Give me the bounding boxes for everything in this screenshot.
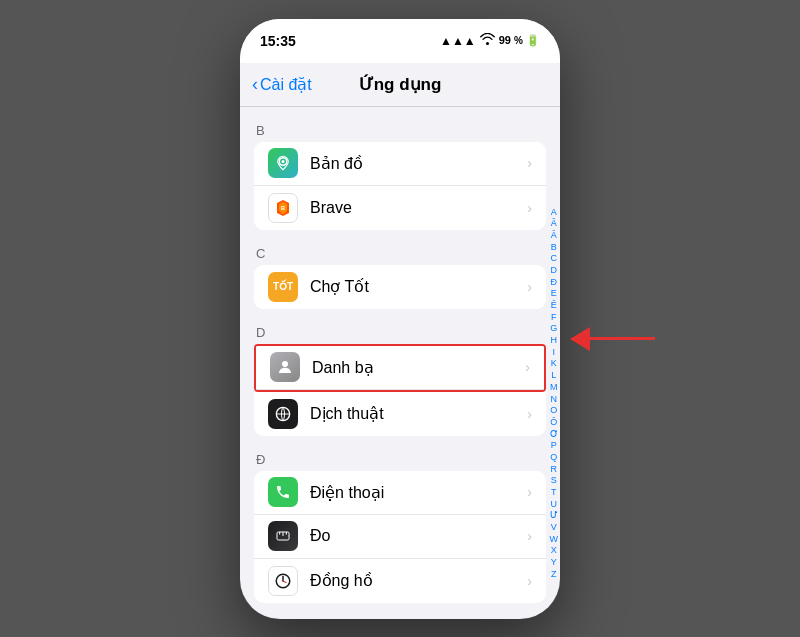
item-label-bando: Bản đồ bbox=[310, 154, 527, 173]
section-d2-group: Điện thoại › Đo › bbox=[254, 471, 546, 603]
list-item-do[interactable]: Đo › bbox=[254, 515, 546, 559]
chevron-icon-chotot: › bbox=[527, 279, 532, 295]
arrow-line bbox=[590, 337, 655, 340]
app-icon-dienthoai bbox=[268, 477, 298, 507]
list-item-danhba[interactable]: Danh bạ › bbox=[256, 346, 544, 390]
list-item-bando[interactable]: Bản đồ › bbox=[254, 142, 546, 186]
phone-wrapper: 15:35 ▲▲▲ 99 % 🔋 ‹ bbox=[240, 19, 560, 619]
section-header-d: D bbox=[240, 309, 560, 344]
app-icon-danhba bbox=[270, 352, 300, 382]
arrow-head-icon bbox=[570, 327, 590, 351]
list-item-dongho[interactable]: Đồng hồ › bbox=[254, 559, 546, 603]
item-label-brave: Brave bbox=[310, 199, 527, 217]
item-label-chotot: Chợ Tốt bbox=[310, 277, 527, 296]
svg-point-1 bbox=[282, 160, 285, 163]
phone-frame: 15:35 ▲▲▲ 99 % 🔋 ‹ bbox=[240, 19, 560, 619]
list-item-brave[interactable]: B Brave › bbox=[254, 186, 546, 230]
item-label-dienthoai: Điện thoại bbox=[310, 483, 527, 502]
status-icons: ▲▲▲ 99 % 🔋 bbox=[440, 33, 540, 48]
list-item-chotot[interactable]: TỐT Chợ Tốt › bbox=[254, 265, 546, 309]
section-header-f: F bbox=[240, 603, 560, 619]
item-label-dichtuat: Dịch thuật bbox=[310, 404, 527, 423]
app-icon-do bbox=[268, 521, 298, 551]
section-b-group: Bản đồ › B Brave › bbox=[254, 142, 546, 230]
app-icon-brave: B bbox=[268, 193, 298, 223]
chevron-icon-dienthoai: › bbox=[527, 484, 532, 500]
status-time: 15:35 bbox=[260, 33, 296, 49]
alphabet-index[interactable]: A Ă Â B C D Đ E Ê F G H I K L M N bbox=[550, 207, 559, 581]
chevron-icon-danhba: › bbox=[525, 359, 530, 375]
item-label-danhba: Danh bạ bbox=[312, 358, 525, 377]
app-icon-bando bbox=[268, 148, 298, 178]
item-label-do: Đo bbox=[310, 527, 527, 545]
highlight-arrow bbox=[570, 327, 655, 351]
page-title: Ứng dụng bbox=[359, 74, 442, 95]
svg-text:B: B bbox=[281, 204, 285, 210]
status-bar: 15:35 ▲▲▲ 99 % 🔋 bbox=[240, 19, 560, 63]
section-header-c: C bbox=[240, 230, 560, 265]
list-item-dienthoai[interactable]: Điện thoại › bbox=[254, 471, 546, 515]
section-header-b: B bbox=[240, 107, 560, 142]
app-list-content: B Bản đồ › bbox=[240, 107, 560, 619]
nav-bar: ‹ Cài đặt Ứng dụng bbox=[240, 63, 560, 107]
section-header-d2: Đ bbox=[240, 436, 560, 471]
app-icon-chotot: TỐT bbox=[268, 272, 298, 302]
chevron-icon-brave: › bbox=[527, 200, 532, 216]
signal-icon: ▲▲▲ bbox=[440, 34, 476, 48]
back-chevron-icon: ‹ bbox=[252, 74, 258, 95]
chevron-icon-do: › bbox=[527, 528, 532, 544]
section-c-group: TỐT Chợ Tốt › bbox=[254, 265, 546, 309]
chevron-icon-dichtuat: › bbox=[527, 406, 532, 422]
app-icon-dichtuat bbox=[268, 399, 298, 429]
chevron-icon-bando: › bbox=[527, 155, 532, 171]
battery-icon: 99 % 🔋 bbox=[499, 34, 540, 47]
back-button[interactable]: ‹ Cài đặt bbox=[252, 74, 312, 95]
list-item-dichtuat[interactable]: Dịch thuật › bbox=[254, 392, 546, 436]
wifi-icon bbox=[480, 33, 495, 48]
section-d-group: Dịch thuật › bbox=[254, 392, 546, 436]
svg-point-3 bbox=[282, 361, 288, 367]
app-icon-dongho bbox=[268, 566, 298, 596]
chevron-icon-dongho: › bbox=[527, 573, 532, 589]
item-label-dongho: Đồng hồ bbox=[310, 571, 527, 590]
back-label[interactable]: Cài đặt bbox=[260, 75, 312, 94]
highlighted-danhba-group: Danh bạ › bbox=[254, 344, 546, 392]
